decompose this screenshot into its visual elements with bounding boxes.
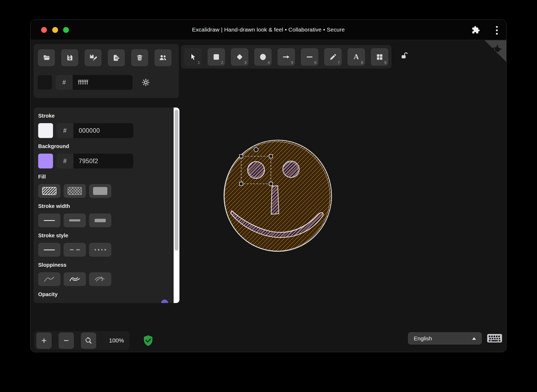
smiley-right-eye[interactable] [283, 161, 299, 177]
trash-icon [136, 54, 143, 61]
background-color-row: # 7950f2 [38, 154, 163, 168]
encryption-shield-icon[interactable] [143, 335, 153, 346]
diamond-icon [236, 53, 244, 61]
github-corner-ribbon[interactable] [485, 40, 506, 62]
hex-hash-prefix: # [56, 75, 73, 90]
stroke-width-thin-button[interactable] [38, 213, 60, 227]
fill-solid-button[interactable] [89, 184, 111, 198]
zoom-level[interactable]: 100% [104, 337, 129, 344]
collaborators-icon [159, 54, 167, 61]
architect-squiggle-icon [43, 275, 55, 283]
grid-shapes-icon [376, 53, 383, 61]
sloppiness-architect-button[interactable] [38, 272, 60, 286]
cross-hatch-icon [68, 187, 82, 195]
fill-options [38, 184, 163, 198]
stroke-style-options [38, 243, 163, 257]
resize-handle-se [269, 182, 273, 186]
smiley-drawing[interactable] [220, 137, 337, 259]
stroke-width-extra-bold-button[interactable] [89, 213, 111, 227]
tool-selection[interactable]: 1 [184, 48, 202, 66]
tool-text[interactable]: A 8 [347, 48, 365, 66]
tool-rectangle[interactable]: 2 [208, 48, 225, 66]
tool-arrow[interactable]: 5 [278, 48, 295, 66]
solid-fill-icon [93, 187, 107, 195]
smiley-left-eye[interactable] [248, 162, 265, 179]
stroke-style-solid-button[interactable] [38, 243, 60, 257]
rectangle-icon [213, 53, 220, 61]
language-select[interactable]: English [408, 332, 482, 345]
text-icon: A [352, 53, 360, 61]
sloppiness-cartoonist-button[interactable] [89, 272, 111, 286]
opacity-slider-thumb[interactable] [161, 300, 168, 303]
tool-shortcut: 4 [268, 60, 270, 65]
pencil-icon [329, 53, 337, 61]
clear-canvas-button[interactable] [131, 49, 148, 66]
artist-squiggle-icon [69, 275, 81, 283]
tool-shortcut: 2 [221, 60, 223, 65]
extra-bold-line-icon [95, 219, 106, 222]
tool-shortcut: 6 [314, 60, 316, 65]
panel-scrollbar-thumb[interactable] [175, 110, 178, 251]
canvas-background-row: # ffffff [37, 75, 150, 90]
sloppiness-label: Sloppiness [38, 262, 163, 268]
stroke-style-dotted-button[interactable] [89, 243, 111, 257]
background-label: Background [38, 143, 163, 149]
canvas-background-hex-value[interactable]: ffffff [73, 75, 133, 90]
stroke-hex-input[interactable]: # 000000 [56, 123, 133, 138]
tool-ellipse[interactable]: 4 [254, 48, 272, 66]
drawing-canvas[interactable]: # ffffff 1 [30, 40, 506, 352]
tool-diamond[interactable]: 3 [231, 48, 248, 66]
fill-hachure-button[interactable] [38, 184, 60, 198]
folder-open-icon [43, 54, 50, 61]
line-icon [306, 53, 313, 61]
resize-handle-sw [240, 182, 243, 186]
extension-puzzle-icon[interactable] [472, 26, 480, 34]
reset-zoom-icon [85, 337, 92, 344]
panel-scrollbar[interactable] [174, 108, 179, 303]
collaborators-button[interactable] [155, 49, 171, 66]
zoom-island: + − 100% [34, 331, 129, 350]
theme-sun-icon[interactable] [141, 78, 150, 87]
app-window: Excalidraw | Hand-drawn look & feel • Co… [30, 20, 507, 352]
browser-menu-kebab-icon[interactable] [496, 26, 498, 35]
language-value: English [414, 335, 432, 342]
reset-zoom-button[interactable] [81, 332, 96, 349]
tool-line[interactable]: 6 [301, 48, 318, 66]
fill-label: Fill [38, 174, 163, 180]
resize-handle-ne [269, 155, 273, 158]
zoom-out-button[interactable]: − [59, 332, 74, 349]
fill-cross-hatch-button[interactable] [64, 184, 86, 198]
tool-shapes-library[interactable]: 9 [371, 48, 388, 66]
stroke-color-swatch[interactable] [38, 123, 53, 138]
tool-shortcut: 3 [244, 60, 247, 65]
canvas-background-hex-input[interactable]: # ffffff [56, 75, 133, 90]
save-icon [66, 54, 73, 61]
save-as-button[interactable] [85, 49, 102, 66]
stroke-hex-value[interactable]: 000000 [73, 123, 133, 138]
tool-shortcut: 7 [338, 60, 340, 65]
arrow-icon [283, 53, 290, 61]
lock-unlocked-icon[interactable] [400, 51, 409, 60]
hex-hash-prefix: # [56, 154, 73, 168]
background-hex-value[interactable]: 7950f2 [73, 154, 133, 168]
export-image-button[interactable] [108, 49, 125, 66]
smiley-nose[interactable] [271, 186, 279, 214]
sloppiness-artist-button[interactable] [64, 272, 86, 286]
canvas-background-swatch[interactable] [37, 75, 52, 90]
stroke-style-dashed-button[interactable] [64, 243, 86, 257]
tool-shortcut: 9 [384, 60, 386, 65]
svg-text:A: A [354, 53, 359, 61]
zoom-in-button[interactable]: + [36, 332, 52, 349]
background-color-swatch[interactable] [38, 154, 53, 168]
tool-shortcut: 1 [198, 60, 200, 65]
keyboard-shortcuts-icon[interactable] [487, 333, 502, 344]
save-as-icon [89, 54, 97, 62]
open-file-button[interactable] [38, 49, 55, 66]
tool-draw[interactable]: 7 [324, 48, 342, 66]
stroke-style-label: Stroke style [38, 233, 163, 239]
save-button[interactable] [61, 49, 78, 66]
ellipse-icon [259, 53, 267, 61]
background-hex-input[interactable]: # 7950f2 [56, 154, 133, 168]
bold-line-icon [69, 219, 80, 221]
stroke-width-bold-button[interactable] [64, 213, 86, 227]
